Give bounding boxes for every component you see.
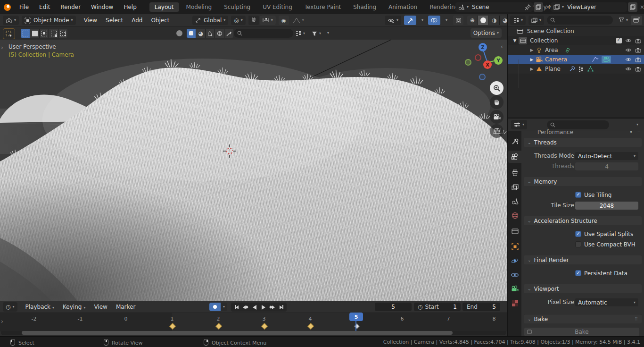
acceleration-structure-subpanel-header[interactable]: ⌄ Acceleration Structure	[524, 216, 642, 225]
viewport-canvas[interactable]: User Perspective (5) Collection | Camera…	[0, 40, 507, 301]
menu-window[interactable]: Window	[86, 0, 118, 14]
menu-add[interactable]: Add	[127, 17, 147, 24]
timeline-scrollbar-track[interactable]	[1, 331, 506, 335]
threads-count-field[interactable]: 4	[575, 162, 638, 170]
hide-eye-icon[interactable]	[625, 38, 632, 43]
disable-render-camera-icon[interactable]	[635, 48, 641, 53]
menu-select[interactable]: Select	[101, 17, 127, 24]
tab-animation[interactable]: Animation	[383, 2, 422, 12]
camera-view-button[interactable]	[490, 110, 504, 124]
use-compact-bvh-checkbox[interactable]	[575, 241, 581, 247]
select-mode-subtract[interactable]	[40, 29, 49, 38]
panel-drag-dots-icon[interactable]: ⠿	[635, 317, 638, 322]
tab-object[interactable]	[508, 240, 521, 253]
tab-render[interactable]	[508, 151, 521, 163]
timeline-scrollbar-thumb[interactable]	[22, 331, 453, 335]
final-render-subpanel-header[interactable]: ⌄ Final Render	[524, 255, 642, 264]
menu-file[interactable]: File	[14, 0, 34, 14]
menu-view[interactable]: View	[80, 17, 101, 24]
filter-dropdown[interactable]: ▾	[309, 29, 324, 38]
tab-world[interactable]	[508, 209, 521, 221]
scene-field[interactable]: ▾ Scene	[455, 2, 533, 12]
outliner-filter-type-dropdown[interactable]: ▾	[528, 16, 544, 25]
play-button[interactable]	[259, 303, 268, 311]
tab-uv-editing[interactable]: UV Editing	[257, 2, 297, 12]
gizmo-negative-z-axis[interactable]	[479, 74, 486, 80]
blender-logo-icon[interactable]	[0, 4, 14, 11]
tab-object-data[interactable]	[508, 283, 521, 295]
outliner-row-area[interactable]: ▶ Area	[508, 45, 644, 55]
viewlayer-field[interactable]: ▾ ViewLayer	[551, 2, 627, 12]
timeline-ruler[interactable]: › -2 -1 0 1 2 3 4 6 7 8 5	[0, 313, 507, 336]
previous-keyframe-button[interactable]	[241, 303, 250, 311]
expand-triangle-icon[interactable]: ▶	[529, 67, 535, 71]
hide-eye-icon[interactable]	[625, 57, 632, 62]
grid-toggle-button[interactable]	[490, 124, 504, 138]
material-preview-button[interactable]: ◑	[489, 16, 500, 25]
disable-render-camera-icon[interactable]	[635, 57, 641, 62]
properties-search-input[interactable]	[547, 120, 609, 129]
outliner-display-mode-dropdown[interactable]: ▾	[510, 16, 526, 25]
use-tiling-checkbox[interactable]	[575, 192, 581, 198]
exclude-checkbox[interactable]: ✓	[616, 38, 622, 43]
menu-edit[interactable]: Edit	[34, 0, 55, 14]
collapsed-dropdown-chevron[interactable]: ▾	[327, 31, 329, 35]
falloff-dropdown[interactable]: ▾	[290, 16, 307, 25]
overlays-dropdown[interactable]: ▾	[441, 16, 450, 25]
select-mode-invert[interactable]	[49, 29, 58, 38]
gizmo-y-axis[interactable]: Y	[494, 56, 503, 65]
menu-keying[interactable]: Keying▾	[58, 304, 90, 310]
use-spatial-splits-checkbox[interactable]	[575, 231, 581, 237]
keyframe-diamond[interactable]	[215, 323, 222, 330]
menu-view-timeline[interactable]: View	[90, 304, 111, 310]
bake-button[interactable]: Bake	[524, 328, 639, 336]
threads-mode-dropdown[interactable]: Auto-Detect ▾	[575, 152, 638, 160]
tab-physics[interactable]	[508, 254, 521, 267]
jump-to-end-button[interactable]	[277, 303, 286, 311]
slot-sphere-button[interactable]: ◕	[196, 29, 206, 38]
current-frame-field[interactable]: 5	[375, 303, 412, 311]
playhead-frame-badge[interactable]: 5	[349, 313, 363, 321]
editor-type-button[interactable]: ▾	[3, 16, 19, 25]
performance-panel-header-clipped[interactable]: Performance • –	[521, 129, 644, 135]
slot-image-button[interactable]	[187, 29, 196, 38]
proportional-editing-toggle[interactable]: ◉	[279, 16, 289, 25]
outliner-row-plane[interactable]: ▶ Plane	[508, 64, 644, 74]
persistent-data-checkbox[interactable]	[575, 270, 581, 276]
tab-tool[interactable]	[508, 135, 521, 148]
tab-texture-paint[interactable]: Texture Paint	[299, 2, 346, 12]
pixel-size-dropdown[interactable]: Automatic ▾	[575, 298, 638, 306]
menu-help[interactable]: Help	[118, 0, 141, 14]
pin-icon[interactable]	[525, 4, 531, 10]
snap-target-dropdown[interactable]: ▾	[260, 16, 276, 25]
options-button[interactable]: Options ▾	[471, 28, 502, 38]
expand-triangle-icon[interactable]: ▶	[529, 57, 535, 62]
tool-search-input[interactable]	[234, 29, 293, 38]
tab-view-layer[interactable]	[508, 181, 521, 193]
viewport-subpanel-header[interactable]: ⌄ Viewport	[524, 284, 642, 293]
slot-world-button[interactable]	[215, 29, 224, 38]
tab-sculpting[interactable]: Sculpting	[219, 2, 256, 12]
menu-marker[interactable]: Marker	[112, 304, 140, 310]
select-mode-set[interactable]	[21, 29, 30, 38]
remove-viewlayer-button[interactable]: ×	[637, 4, 644, 10]
keyframe-diamond[interactable]	[261, 323, 268, 330]
expand-triangle-icon[interactable]: ▶	[529, 48, 535, 52]
bake-panel-header[interactable]: ⌄ Bake ⠿	[524, 314, 642, 323]
jump-to-start-button[interactable]	[232, 303, 241, 311]
tab-scene[interactable]	[508, 195, 521, 207]
play-reverse-button[interactable]	[250, 303, 259, 311]
zoom-button[interactable]	[490, 81, 504, 95]
navigation-gizmo[interactable]: Z Y X	[460, 40, 507, 87]
outliner-search-input[interactable]	[547, 16, 613, 25]
tab-texture[interactable]	[508, 297, 521, 309]
overlays-toggle[interactable]	[428, 16, 440, 25]
new-scene-button[interactable]	[534, 2, 543, 12]
tab-modeling[interactable]: Modeling	[181, 2, 217, 12]
timeline-editor-type-button[interactable]: ◷ ▾	[3, 302, 17, 312]
gizmo-x-axis[interactable]: X	[483, 60, 492, 69]
memory-subpanel-header[interactable]: ⌄ Memory	[524, 177, 642, 186]
properties-options-chevron[interactable]: ▾	[636, 123, 638, 127]
gizmo-z-axis[interactable]: Z	[479, 43, 487, 51]
disable-render-camera-icon[interactable]	[635, 38, 641, 43]
